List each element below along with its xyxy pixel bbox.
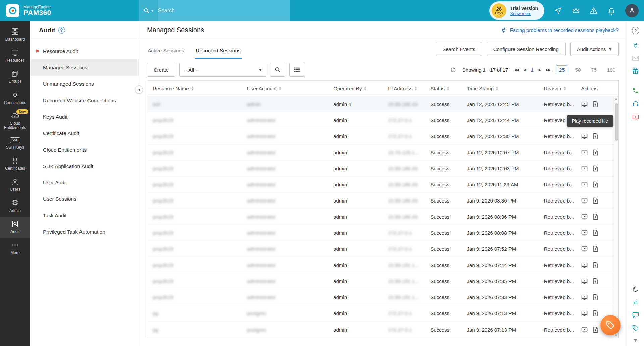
search-input[interactable] xyxy=(158,8,290,14)
sort-icon[interactable]: ▲▼ xyxy=(564,86,566,91)
table-row[interactable]: pmp2k19 administrator admin 10.89.186.43… xyxy=(147,177,618,193)
scroll-up-icon[interactable]: ▲ xyxy=(615,97,617,100)
sidebar-item[interactable]: ⚑ SDK Application Audit xyxy=(30,158,139,174)
rail-item-resources[interactable]: Resources xyxy=(0,45,30,66)
sort-icon[interactable]: ▲▼ xyxy=(415,86,417,91)
play-recorded-file-icon[interactable] xyxy=(581,327,588,333)
rail-item-audit[interactable]: Audit xyxy=(0,217,30,238)
download-recorded-file-icon[interactable] xyxy=(593,310,598,316)
integrations-plug-icon[interactable] xyxy=(632,42,639,49)
sort-icon[interactable]: ▲▼ xyxy=(447,86,449,91)
play-recorded-file-icon[interactable] xyxy=(581,165,588,172)
table-row[interactable]: pmp2k19 administrator admin 10.70.125.1.… xyxy=(147,145,618,161)
sidebar-item[interactable]: ⚑ Cloud Entitlements xyxy=(30,141,139,158)
chat-icon[interactable] xyxy=(632,312,639,318)
scrollbar-thumb[interactable] xyxy=(615,103,618,141)
filter-select[interactable]: -- All -- ▼ xyxy=(179,63,266,77)
sidebar-item[interactable]: ⚑ Certificate Audit xyxy=(30,125,139,141)
rail-item-groups[interactable]: Groups xyxy=(0,66,30,88)
sidebar-item[interactable]: ⚑ Keys Audit xyxy=(30,109,139,125)
column-chooser-button[interactable] xyxy=(289,63,305,77)
download-recorded-file-icon[interactable] xyxy=(593,197,598,204)
play-recorded-file-icon[interactable] xyxy=(581,149,588,156)
play-recorded-file-icon[interactable] xyxy=(581,278,588,284)
trial-version-badge[interactable]: 26 Days Trial Version Know more xyxy=(489,1,544,20)
table-row[interactable]: pmp2k19 administrator admin 10.89.186.43… xyxy=(147,161,618,177)
table-row[interactable]: pmp2k19 administrator admin 172.27.0.1 S… xyxy=(147,128,618,145)
column-header[interactable]: Reason ▲▼ xyxy=(539,85,576,91)
refresh-icon[interactable] xyxy=(450,67,457,73)
download-recorded-file-icon[interactable] xyxy=(593,165,598,172)
column-header[interactable]: Resource Name ▲▼ xyxy=(147,85,241,91)
download-recorded-file-icon[interactable] xyxy=(593,278,598,284)
tab[interactable]: Active Sessions xyxy=(147,48,185,59)
column-header[interactable]: Actions ▲▼ xyxy=(576,85,618,91)
sort-icon[interactable]: ▲▼ xyxy=(279,86,281,91)
sort-icon[interactable]: ▲▼ xyxy=(496,86,498,91)
know-more-link[interactable]: Know more xyxy=(510,11,538,16)
sidebar-item[interactable]: ⚑ User Audit xyxy=(30,174,139,191)
rail-item-certificates[interactable]: Certificates xyxy=(0,153,30,174)
help-question-icon[interactable]: ? xyxy=(58,27,65,34)
tab[interactable]: Recorded Sessions xyxy=(195,48,241,59)
sidebar-item[interactable]: ⚑ Unmanaged Sessions xyxy=(30,76,139,92)
play-recorded-file-icon[interactable] xyxy=(581,214,588,220)
rail-item-ssh-keys[interactable]: SSH SSH Keys xyxy=(0,134,30,153)
table-row[interactable]: pmp2k19 administrator admin 10.89.191.1.… xyxy=(147,289,618,305)
rail-item-more[interactable]: More xyxy=(0,238,30,259)
screen-recording-icon[interactable] xyxy=(632,114,639,121)
page-size-option[interactable]: 50 xyxy=(572,65,584,74)
rail-item-cloud-entitlements[interactable]: New Cloud Entitlements xyxy=(0,109,30,134)
table-row[interactable]: pmp2k19 administrator admin 10.89.186.43… xyxy=(147,209,618,225)
rail-item-dashboard[interactable]: Dashboard xyxy=(0,24,30,45)
sidebar-item[interactable]: ⚑ Privileged Task Automation xyxy=(30,224,139,240)
sidebar-item[interactable]: ⚑ Task Audit xyxy=(30,207,139,224)
rail-item-admin[interactable]: ⚙ Admin xyxy=(0,195,30,217)
table-row[interactable]: pmp2k19 administrator admin 172.27.0.1 S… xyxy=(147,241,618,257)
table-row[interactable]: pmp2k19 administrator admin 172.27.0.1 S… xyxy=(147,112,618,128)
column-header[interactable]: User Account ▲▼ xyxy=(241,85,328,91)
quick-access-fab[interactable] xyxy=(600,315,621,335)
table-row[interactable]: pmp2k19 administrator admin 10.89.191.1.… xyxy=(147,273,618,289)
page-size-option[interactable]: 100 xyxy=(604,65,619,74)
play-recorded-file-icon[interactable] xyxy=(581,310,588,316)
playback-help-link[interactable]: Facing problems in recorded sessions pla… xyxy=(501,27,619,33)
table-row[interactable]: pmp2k19 administrator admin 10.89.191.1.… xyxy=(147,257,618,273)
prev-page-button[interactable]: ◀ xyxy=(524,68,526,72)
play-recorded-file-icon[interactable] xyxy=(581,101,588,107)
play-recorded-file-icon[interactable] xyxy=(581,246,588,252)
page-size-option[interactable]: 25 xyxy=(556,65,568,74)
download-recorded-file-icon[interactable] xyxy=(593,214,598,220)
headset-support-icon[interactable] xyxy=(632,101,639,107)
download-recorded-file-icon[interactable] xyxy=(593,230,598,236)
download-recorded-file-icon[interactable] xyxy=(593,262,598,268)
first-page-button[interactable]: ◀◀ xyxy=(514,68,518,72)
play-recorded-file-icon[interactable] xyxy=(581,133,588,139)
table-row[interactable]: pmp2k19 administrator admin 10.89.186.43… xyxy=(147,193,618,209)
collapse-sidebar-button[interactable]: ◀ xyxy=(135,85,143,94)
column-header[interactable]: IP Address ▲▼ xyxy=(383,85,425,91)
play-recorded-file-icon[interactable] xyxy=(581,181,588,188)
play-recorded-file-icon[interactable] xyxy=(581,230,588,236)
sort-icon[interactable]: ▲▼ xyxy=(364,86,366,91)
play-recorded-file-icon[interactable] xyxy=(581,262,588,268)
page-size-option[interactable]: 75 xyxy=(588,65,600,74)
audit-actions-dropdown[interactable]: Audit Actions ▼ xyxy=(570,42,619,56)
configure-session-recording-button[interactable]: Configure Session Recording xyxy=(487,42,566,56)
download-recorded-file-icon[interactable] xyxy=(593,133,598,139)
table-scrollbar[interactable]: ▲ ▼ xyxy=(614,97,618,338)
tag-icon[interactable] xyxy=(632,325,639,331)
search-scope-selector[interactable]: ▾ xyxy=(139,0,158,21)
table-row[interactable]: ssh admin admin 1 10.89.186.43 Success J… xyxy=(147,96,618,112)
sidebar-item[interactable]: ⚑ User Sessions xyxy=(30,191,139,207)
table-row[interactable]: pmp2k19 administrator admin 172.27.0.1 S… xyxy=(147,225,618,241)
rail-item-users[interactable]: Users xyxy=(0,174,30,195)
help-icon[interactable]: ? xyxy=(632,27,639,34)
play-recorded-file-icon[interactable] xyxy=(581,294,588,300)
download-recorded-file-icon[interactable] xyxy=(593,101,598,107)
alerts-warning-icon[interactable] xyxy=(590,7,598,15)
table-row[interactable]: pg postgres admin 172.27.0.1 Success Jan… xyxy=(147,305,618,322)
rail-item-connections[interactable]: Connections xyxy=(0,88,30,109)
rewards-crown-icon[interactable] xyxy=(572,7,580,15)
sidebar-item[interactable]: ⚑ Managed Sessions xyxy=(30,59,139,76)
